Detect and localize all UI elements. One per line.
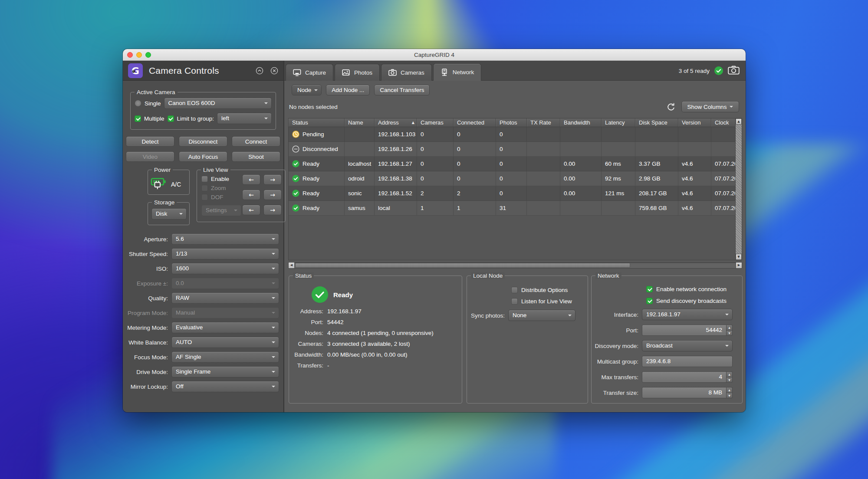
scroll-right-icon[interactable]: ▶: [736, 262, 742, 268]
distribute-options-checkbox[interactable]: [511, 287, 518, 293]
network-group: Network Enable network connection Send d…: [591, 276, 743, 404]
column-header-latency[interactable]: Latency: [602, 118, 635, 127]
column-header-version[interactable]: Version: [678, 118, 711, 127]
tab-network[interactable]: Network: [433, 63, 482, 81]
close-panel-icon[interactable]: [270, 67, 278, 75]
focus-mode-select[interactable]: AF Single: [171, 351, 279, 363]
cell-clock: [711, 142, 736, 157]
limit-to-group-checkbox[interactable]: [168, 115, 174, 122]
enable-network-checkbox[interactable]: [646, 286, 653, 292]
tab-cameras[interactable]: Cameras: [381, 64, 432, 81]
decrement-icon[interactable]: ▼: [727, 330, 733, 336]
shutter-speed-select[interactable]: 1/13: [171, 248, 279, 259]
horizontal-scroll-thumb[interactable]: [295, 263, 630, 268]
status-row-label: Port:: [289, 318, 327, 327]
drive-mode-select[interactable]: Single Frame: [171, 366, 279, 377]
iso-select[interactable]: 1600: [171, 263, 279, 274]
power-label: Power: [152, 167, 173, 173]
tab-photos[interactable]: Photos: [335, 64, 380, 81]
column-header-status[interactable]: Status: [289, 118, 345, 127]
multiple-checkbox[interactable]: [135, 115, 141, 122]
cell-bandwidth: 0.00: [560, 186, 602, 201]
column-header-bandwidth[interactable]: Bandwidth: [560, 118, 602, 127]
mirror-lockup-select[interactable]: Off: [171, 381, 279, 392]
scroll-up-icon[interactable]: ▲: [736, 118, 742, 125]
node-menu-button[interactable]: Node: [292, 85, 322, 95]
refresh-icon[interactable]: [666, 102, 675, 112]
shoot-button[interactable]: Shoot: [232, 151, 280, 162]
column-header-name[interactable]: Name: [345, 118, 375, 127]
focus-near-small-button[interactable]: →: [263, 174, 282, 185]
horizontal-scrollbar[interactable]: ◀ ▶: [288, 262, 742, 269]
focus-far-large-button[interactable]: ←: [242, 205, 260, 215]
focus-far-small-button[interactable]: ←: [242, 174, 260, 185]
camera-controls-header: G Camera Controls: [123, 61, 283, 81]
focus-far-medium-button[interactable]: ←: [242, 190, 260, 200]
cell-name: [345, 142, 375, 157]
send-broadcasts-checkbox[interactable]: [646, 298, 653, 304]
column-header-address[interactable]: Address▲: [375, 118, 417, 127]
auto-focus-button[interactable]: Auto Focus: [179, 151, 227, 162]
focus-near-large-button[interactable]: →: [263, 205, 282, 215]
increment-icon[interactable]: ▲: [727, 371, 733, 377]
table-row[interactable]: Readylocalhost192.168.1.270000.0060 ms3.…: [289, 157, 742, 171]
cell-photos: 0: [496, 142, 527, 157]
scroll-down-icon[interactable]: ▼: [736, 254, 742, 260]
cameras-icon: [388, 69, 397, 76]
live-view-enable-checkbox[interactable]: [201, 176, 208, 182]
connect-button[interactable]: Connect: [232, 136, 280, 147]
port-stepper[interactable]: 54442▲▼: [642, 325, 733, 336]
cell-tx-rate: [527, 186, 560, 201]
add-node-button[interactable]: Add Node ...: [326, 85, 370, 95]
column-header-tx-rate[interactable]: TX Rate: [527, 118, 560, 127]
column-header-connected[interactable]: Connected: [454, 118, 496, 127]
table-row[interactable]: Pending192.168.1.103000: [289, 127, 742, 142]
group-select[interactable]: left: [217, 113, 272, 124]
show-columns-button[interactable]: Show Columns: [681, 101, 739, 112]
scroll-left-icon[interactable]: ◀: [289, 262, 295, 268]
decrement-icon[interactable]: ▼: [727, 393, 733, 399]
titlebar[interactable]: CaptureGRID 4: [123, 49, 746, 61]
interface-select[interactable]: 192.168.1.97: [642, 309, 733, 320]
column-header-cameras[interactable]: Cameras: [417, 118, 454, 127]
table-row[interactable]: Readysonic192.168.1.522200.00121 ms208.1…: [289, 186, 742, 201]
white-balance-select[interactable]: AUTO: [171, 337, 279, 348]
column-header-clock[interactable]: Clock: [711, 118, 736, 127]
decrement-icon[interactable]: ▼: [727, 377, 733, 383]
disconnect-button[interactable]: Disconnect: [179, 136, 227, 147]
camera-status-icon[interactable]: [728, 66, 740, 76]
setting-row-metering-mode: Metering Mode:Evaluative: [127, 322, 279, 333]
table-row[interactable]: Readyodroid192.168.1.380000.0092 ms2.98 …: [289, 171, 742, 186]
metering-mode-select[interactable]: Evaluative: [171, 322, 279, 333]
quality-select[interactable]: RAW: [171, 292, 279, 304]
status-rows: Address:192.168.1.97Port:54442Nodes:4 co…: [289, 307, 462, 370]
increment-icon[interactable]: ▲: [727, 325, 733, 330]
focus-near-medium-button[interactable]: →: [263, 190, 282, 200]
cell-address: 192.168.1.27: [375, 157, 417, 171]
discovery-mode-select[interactable]: Broadcast: [642, 340, 733, 351]
single-label: Single: [145, 100, 161, 107]
listen-live-view-checkbox[interactable]: [511, 298, 518, 305]
column-header-disk-space[interactable]: Disk Space: [635, 118, 678, 127]
collapse-panel-icon[interactable]: [256, 67, 263, 75]
detect-button[interactable]: Detect: [126, 136, 174, 147]
table-row[interactable]: Readysamuslocal1131759.68 GBv4.607.07.20: [289, 201, 742, 216]
horizontal-scroll-track[interactable]: [295, 262, 736, 268]
table-row[interactable]: Disconnected192.168.1.26000: [289, 142, 742, 157]
increment-icon[interactable]: ▲: [727, 387, 733, 393]
sync-photos-select[interactable]: None: [508, 310, 575, 321]
cell-name: [345, 127, 375, 142]
transfer-size-stepper[interactable]: 8 MB▲▼: [642, 387, 733, 398]
storage-select[interactable]: Disk: [151, 208, 187, 220]
vertical-scrollbar[interactable]: ▲ ▼: [735, 118, 742, 260]
max-transfers-stepper[interactable]: 4▲▼: [642, 371, 733, 383]
multicast-group-field[interactable]: 239.4.6.8: [642, 356, 733, 367]
tab-capture[interactable]: Capture: [286, 64, 333, 81]
column-header-photos[interactable]: Photos: [496, 118, 527, 127]
camera-model-select[interactable]: Canon EOS 600D: [164, 98, 272, 109]
single-radio[interactable]: [135, 100, 141, 107]
cancel-transfers-button[interactable]: Cancel Transfers: [374, 85, 430, 95]
status-state-text: Ready: [333, 291, 353, 299]
sort-ascending-icon: ▲: [412, 118, 414, 127]
aperture-select[interactable]: 5.6: [171, 233, 279, 245]
